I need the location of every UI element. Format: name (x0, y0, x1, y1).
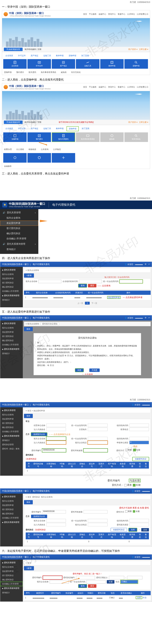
radio-single[interactable] (124, 484, 126, 486)
radio-single[interactable] (125, 510, 127, 512)
side-head[interactable]: 委托关系查询管理 (0, 434, 23, 438)
side-item[interactable]: 发起委托申请 (0, 330, 23, 334)
input[interactable] (88, 428, 107, 431)
lookup-button[interactable]: 选择报关企业 (31, 432, 47, 436)
reject-button[interactable]: 不同意 (89, 368, 100, 372)
side-head[interactable]: 委托关系查询管理 (0, 586, 23, 590)
side-item[interactable]: 报关企业查询 (0, 499, 23, 503)
nav-item[interactable]: 资讯中心 (108, 86, 116, 88)
side-item[interactable]: 确认委托协议 (0, 512, 23, 516)
input-valid[interactable] (84, 449, 107, 452)
input[interactable] (129, 424, 149, 427)
side-item[interactable]: 确认委托协议 (0, 425, 23, 430)
category-tab[interactable]: 加工贸易 (79, 54, 91, 58)
sidebar-item-initiate[interactable]: 发起委托申请 (0, 220, 38, 226)
sidebar-item[interactable]: 报关企业查询 (0, 216, 38, 220)
side-head[interactable]: 委托关系管理 (0, 268, 23, 272)
sub-tab[interactable]: 检验检疫 (29, 148, 36, 151)
nav-item[interactable]: 客服中心 (118, 13, 125, 16)
grid-tile[interactable]: 货物申报 (3, 132, 27, 142)
side-item[interactable]: 确认委托协议 (0, 285, 23, 289)
side-item[interactable]: 发起委托申请 (0, 569, 23, 574)
create-button[interactable]: 创建委托协议 (111, 528, 127, 532)
input[interactable] (46, 441, 66, 444)
notice-tab[interactable]: 中央标准版应用 (4, 48, 23, 51)
side-head[interactable]: 委托关系管理 (0, 560, 23, 565)
side-head[interactable]: 委托关系查询管理 (0, 520, 23, 524)
grid-tile[interactable]: 货物申报 (124, 59, 148, 69)
side-item[interactable]: 确认委托协议 (0, 338, 23, 343)
input[interactable] (88, 424, 107, 427)
sidebar-item[interactable]: 自动确认-开/关管理 (0, 236, 38, 241)
pager-prev[interactable]: 上一页 (77, 302, 83, 304)
nav-item[interactable]: 口岸单位 (127, 13, 135, 16)
side-item[interactable]: 查询统计 (0, 298, 23, 302)
sub-tab[interactable]: 税费办理 (4, 148, 12, 151)
sub-tab[interactable]: 减免税 (61, 71, 67, 74)
sub-tab[interactable]: 报关委托 (29, 71, 36, 74)
status-dropdown[interactable]: 已确认 (120, 580, 138, 584)
table-row[interactable]: 1 (26, 468, 149, 473)
category-tab[interactable]: 加工贸易 (80, 126, 91, 131)
input-date1[interactable] (109, 576, 124, 579)
category-tab[interactable]: 许可证件 (16, 54, 28, 58)
input[interactable] (46, 519, 66, 522)
sub-tab[interactable]: 口岸物流 (53, 148, 61, 151)
side-item[interactable]: 签订委托协议 (0, 421, 23, 425)
nav-item[interactable]: 首页 (83, 86, 87, 88)
nav-item[interactable]: 金融中心 (98, 13, 106, 16)
grid-tile[interactable] (3, 153, 27, 163)
logout-icon[interactable]: ↩ (148, 317, 150, 319)
grid-tile[interactable] (52, 153, 75, 163)
initiate-link[interactable]: 发起委托申请 (107, 296, 120, 299)
table-row[interactable]: 1▬▬▬▬▬▬▬▬▬▬▬▬▬▬▬▬▬▬▬ 已确认▬▬ 关闭 开启 (24, 595, 151, 600)
input-date2[interactable] (127, 576, 142, 579)
radio-long[interactable] (133, 484, 135, 486)
side-item[interactable]: 查询统计 (0, 590, 23, 595)
input[interactable] (46, 523, 66, 526)
close-button[interactable]: 关闭 (129, 528, 137, 532)
grid-tile[interactable]: 转关无纸化 (124, 132, 148, 142)
query-button[interactable]: 查询 (78, 284, 87, 287)
new-button[interactable]: +新增 (24, 274, 34, 278)
nav-item[interactable]: 口岸收费公示 (137, 86, 148, 88)
side-item[interactable]: 签订委托协议 (0, 574, 23, 578)
pager-next[interactable]: 下一页 (91, 302, 97, 304)
agree-button[interactable]: 同意 (75, 368, 84, 372)
wtfs-radio[interactable]: 逐票 长期 (125, 449, 149, 452)
side-item[interactable]: 签订委托协议 (0, 508, 23, 512)
input[interactable] (46, 437, 66, 440)
side-item[interactable]: 委托书（协议）查询 (0, 447, 23, 451)
grid-tile[interactable]: 运输工具 (76, 59, 99, 69)
side-item[interactable]: 确认委托协议 (0, 578, 23, 582)
side-item[interactable]: 查询统计 (0, 352, 23, 356)
input[interactable] (84, 510, 107, 514)
table-row[interactable]: 1▬▬▬▬▬▬▬▬▬▬▬▬▬▬▬▬▬▬▬▬▬▬▬▬ 发起委托申请 — 点击发起委… (24, 295, 151, 300)
side-item[interactable]: 发起委托申请 (0, 503, 23, 508)
sub-tab[interactable]: 金融服务 (4, 165, 12, 168)
side-head[interactable]: 委托关系查询管理 (0, 347, 23, 352)
sub-tab[interactable]: 公共查询 (41, 148, 49, 151)
side-head[interactable]: 委托关系管理 (0, 494, 23, 499)
login-button[interactable]: 用户登录 ▾ (128, 121, 137, 123)
input[interactable] (46, 424, 66, 427)
side-item[interactable]: 签订委托协议 (0, 334, 23, 338)
side-item-autoconfirm[interactable]: 自动确认-开/关管理 (0, 582, 23, 586)
settings-icon[interactable]: ⚙ (145, 317, 146, 319)
input-creditcode[interactable] (120, 280, 142, 283)
input[interactable] (129, 519, 149, 522)
grid-tile[interactable]: 原产地证 (52, 59, 75, 69)
side-item[interactable]: 自动确认-开/关管理 (0, 343, 23, 347)
input-wtsno[interactable]: W440320190 (42, 449, 66, 452)
category-tab[interactable]: 舱单申报 (54, 126, 66, 131)
grid-tile[interactable]: 舱单申报 (100, 59, 124, 69)
input[interactable] (88, 441, 107, 444)
input-name[interactable] (38, 280, 61, 283)
nav-item[interactable]: 平台服务 (89, 86, 97, 88)
nav-item[interactable]: 金融中心 (98, 86, 106, 88)
register-button[interactable]: 立即注册 ▾ (139, 48, 148, 50)
nav-item[interactable]: 资讯中心 (108, 13, 116, 16)
input[interactable]: W440320190 (42, 510, 66, 514)
radio-long[interactable] (133, 510, 135, 512)
close-link[interactable]: 关闭 (136, 596, 142, 599)
